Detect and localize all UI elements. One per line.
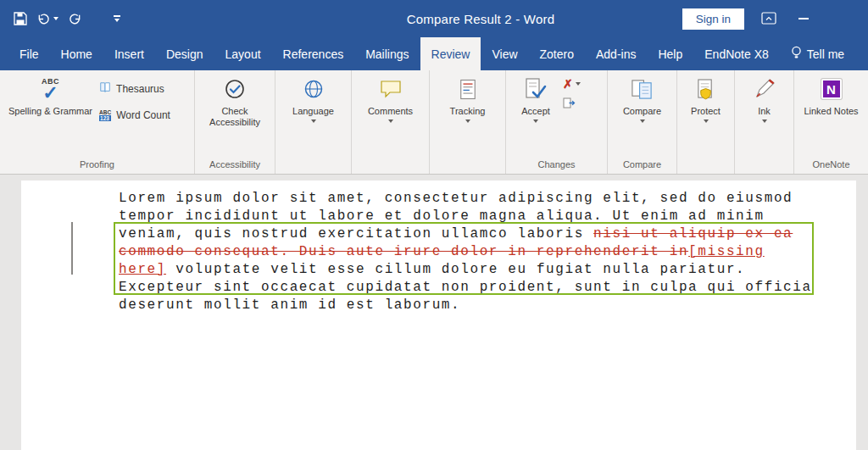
ribbon-group-language: Language (275, 70, 352, 174)
tab-label: Review (431, 47, 470, 61)
tab-layout[interactable]: Layout (214, 37, 272, 70)
protect-button[interactable]: Protect (682, 70, 731, 158)
text-line: commodo consequat. Duis aute irure dolor… (119, 243, 856, 261)
titlebar-controls: Sign in (682, 8, 868, 30)
tab-label: Design (166, 47, 203, 61)
tab-add-ins[interactable]: Add-ins (585, 37, 647, 70)
tab-label: File (19, 47, 39, 61)
spelling-grammar-button[interactable]: ABC✓ Spelling & Grammar (5, 70, 96, 158)
tab-home[interactable]: Home (50, 37, 103, 70)
tab-view[interactable]: View (481, 37, 528, 70)
changed-lines-bar (71, 222, 73, 275)
document-text[interactable]: Lorem ipsum dolor sit amet, consectetur … (21, 181, 856, 314)
tab-label: Zotero (540, 47, 574, 61)
thesaurus-icon (99, 81, 111, 96)
accept-button[interactable]: Accept (511, 70, 560, 158)
minimize-button[interactable] (798, 18, 809, 19)
text-line: deserunt mollit anim id est laborum. (119, 297, 856, 314)
protect-label: Protect (691, 106, 721, 117)
text-line: veniam, quis nostrud exercitation ullamc… (119, 225, 856, 243)
group-label-changes: Changes (506, 158, 607, 174)
language-dropdown-icon (311, 119, 316, 123)
word-count-button[interactable]: ABC123 Word Count (96, 108, 174, 122)
undo-dropdown-icon[interactable] (53, 17, 58, 20)
tracking-dropdown-icon (465, 119, 470, 123)
text-segment: Excepteur sint occaecat cupidatat non pr… (119, 280, 812, 295)
text-segment-deleted: nisi ut aliquip ex ea (593, 226, 793, 242)
text-segment: tempor incididunt ut labore et dolore ma… (119, 208, 765, 224)
compare-label: Compare (623, 106, 661, 117)
accept-icon (525, 75, 547, 103)
tab-insert[interactable]: Insert (103, 37, 155, 70)
comments-dropdown-icon (388, 119, 393, 123)
ribbon-display-options-icon[interactable] (761, 12, 776, 25)
compare-icon (631, 75, 654, 103)
tab-label: EndNote X8 (704, 47, 769, 61)
tab-label: View (492, 47, 517, 61)
linked-notes-button[interactable]: N Linked Notes (800, 70, 861, 158)
tab-endnote-x8[interactable]: EndNote X8 (693, 37, 780, 70)
thesaurus-label: Thesaurus (116, 83, 164, 95)
tab-label: Tell me (807, 47, 844, 61)
tab-mailings[interactable]: Mailings (354, 37, 420, 70)
document-page[interactable]: Lorem ipsum dolor sit amet, consectetur … (21, 181, 856, 450)
comments-button[interactable]: Comments (364, 70, 416, 158)
document-area: Lorem ipsum dolor sit amet, consectetur … (0, 175, 868, 450)
reject-button[interactable]: ✗ (560, 78, 583, 90)
ink-dropdown-icon (762, 119, 767, 123)
text-segment-inserted: [missing (688, 244, 765, 259)
check-accessibility-label: Check Accessibility (198, 106, 271, 128)
tab-zotero[interactable]: Zotero (529, 37, 585, 70)
group-label-proofing: Proofing (0, 158, 194, 174)
language-button[interactable]: Language (289, 70, 338, 158)
reject-icon: ✗ (563, 78, 573, 90)
text-segment: voluptate velit esse cillum dolore eu fu… (166, 262, 745, 277)
undo-button[interactable] (36, 13, 58, 25)
thesaurus-button[interactable]: Thesaurus (96, 81, 174, 97)
ink-button[interactable]: Ink (740, 70, 789, 158)
compare-button[interactable]: Compare (618, 70, 667, 158)
tab-label: References (283, 47, 344, 61)
ribbon-group-protect: Protect (677, 70, 735, 174)
ink-pen-icon (754, 75, 776, 103)
onenote-icon: N (821, 75, 842, 103)
tracking-button[interactable]: Tracking (443, 70, 492, 158)
text-line: tempor incididunt ut labore et dolore ma… (119, 208, 856, 225)
text-line: Lorem ipsum dolor sit amet, consectetur … (119, 190, 856, 208)
ribbon-group-tracking: Tracking (430, 70, 506, 174)
tab-design[interactable]: Design (155, 37, 214, 70)
tracking-icon (459, 75, 477, 103)
ribbon-group-proofing: ABC✓ Spelling & Grammar Thesaurus ABC123… (0, 70, 195, 174)
next-change-button[interactable] (560, 97, 583, 113)
compare-dropdown-icon (640, 119, 645, 123)
next-change-icon (563, 97, 576, 113)
tab-help[interactable]: Help (647, 37, 693, 70)
tab-review[interactable]: Review (420, 37, 481, 70)
ribbon-group-compare: Compare Compare (608, 70, 677, 174)
spelling-grammar-label: Spelling & Grammar (8, 106, 92, 117)
text-line: here] voluptate velit esse cillum dolore… (119, 261, 856, 279)
check-accessibility-button[interactable]: Check Accessibility (195, 70, 275, 158)
customize-quick-access-icon[interactable] (114, 15, 120, 22)
ribbon: ABC✓ Spelling & Grammar Thesaurus ABC123… (0, 70, 868, 175)
ribbon-group-comments: Comments (352, 70, 430, 174)
text-segment-inserted: here] (119, 262, 166, 277)
spelling-grammar-icon: ABC✓ (42, 75, 59, 103)
ribbon-group-changes: Accept ✗ Changes (506, 70, 608, 174)
tab-tell-me[interactable]: Tell me (780, 37, 855, 70)
tab-label: Layout (225, 47, 261, 61)
ribbon-group-onenote: N Linked Notes OneNote (794, 70, 868, 174)
reject-dropdown-icon (576, 82, 581, 86)
tab-references[interactable]: References (272, 37, 355, 70)
accept-dropdown-icon (533, 119, 538, 123)
protect-dropdown-icon (704, 119, 709, 123)
group-label-accessibility: Accessibility (195, 158, 275, 174)
redo-button[interactable] (68, 13, 82, 25)
tab-file[interactable]: File (8, 37, 50, 70)
tab-label: Home (61, 47, 92, 61)
text-segment-deleted: commodo consequat. Duis aute irure dolor… (119, 244, 688, 259)
check-accessibility-icon (224, 75, 246, 103)
sign-in-button[interactable]: Sign in (682, 8, 744, 30)
protect-icon (696, 75, 715, 103)
save-icon[interactable] (14, 12, 27, 25)
